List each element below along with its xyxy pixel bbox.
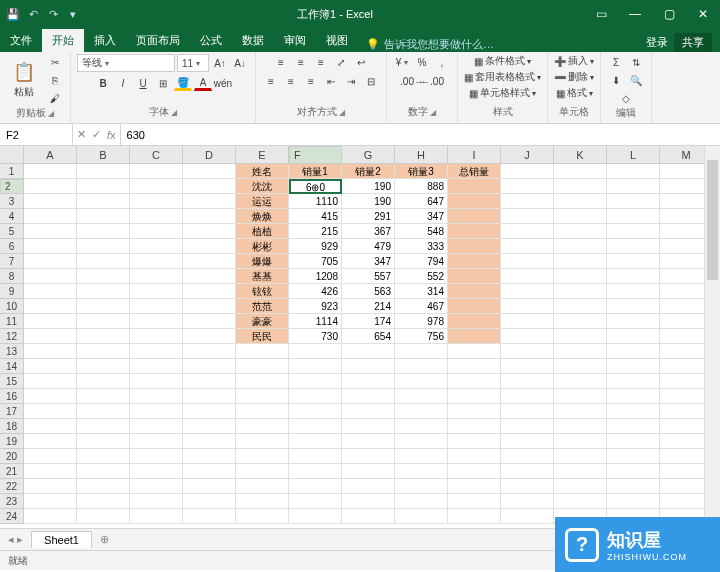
cell[interactable] (24, 464, 77, 479)
cell[interactable] (289, 464, 342, 479)
cell[interactable] (77, 449, 130, 464)
cell[interactable]: 销量1 (289, 164, 342, 179)
cell[interactable]: 415 (289, 209, 342, 224)
cell[interactable]: 552 (395, 269, 448, 284)
cell[interactable] (554, 359, 607, 374)
cell[interactable] (607, 344, 660, 359)
cell[interactable]: 978 (395, 314, 448, 329)
cell[interactable]: 爆爆 (236, 254, 289, 269)
cell[interactable] (501, 209, 554, 224)
cell[interactable] (501, 359, 554, 374)
cell[interactable]: 总销量 (448, 164, 501, 179)
cell[interactable] (289, 344, 342, 359)
column-header[interactable]: A (24, 146, 77, 164)
cell[interactable] (130, 224, 183, 239)
cell[interactable] (24, 329, 77, 344)
comma-icon[interactable]: , (433, 54, 451, 70)
cell[interactable] (395, 449, 448, 464)
cell[interactable] (501, 509, 554, 524)
cell[interactable] (77, 314, 130, 329)
cell[interactable] (607, 179, 660, 194)
cell[interactable] (183, 419, 236, 434)
row-header[interactable]: 22 (0, 479, 24, 494)
cell[interactable] (77, 389, 130, 404)
cell[interactable]: 1208 (289, 269, 342, 284)
cell[interactable] (130, 494, 183, 509)
cell-styles-button[interactable]: ▦单元格样式▾ (469, 86, 536, 100)
cell[interactable] (77, 254, 130, 269)
cell[interactable] (183, 194, 236, 209)
cell[interactable] (130, 164, 183, 179)
cell[interactable] (130, 299, 183, 314)
cell[interactable]: 豪豪 (236, 314, 289, 329)
cell[interactable] (395, 434, 448, 449)
cell[interactable] (183, 209, 236, 224)
cell[interactable] (130, 404, 183, 419)
minimize-icon[interactable]: — (618, 0, 652, 28)
cell[interactable] (77, 209, 130, 224)
delete-cells-button[interactable]: ➖删除▾ (554, 70, 594, 84)
indent-inc-icon[interactable]: ⇥ (342, 73, 360, 89)
row-header[interactable]: 21 (0, 464, 24, 479)
cell[interactable] (130, 359, 183, 374)
cell[interactable] (24, 314, 77, 329)
cell[interactable] (236, 419, 289, 434)
cell[interactable] (607, 389, 660, 404)
row-header[interactable]: 4 (0, 209, 24, 224)
redo-icon[interactable]: ↷ (46, 7, 60, 21)
cell[interactable] (448, 464, 501, 479)
cell[interactable] (236, 359, 289, 374)
increase-decimal-icon[interactable]: .00→ (403, 73, 421, 89)
cell[interactable] (607, 239, 660, 254)
cell[interactable] (448, 299, 501, 314)
cell[interactable] (554, 344, 607, 359)
cell[interactable] (24, 389, 77, 404)
cell[interactable] (501, 419, 554, 434)
cell[interactable] (607, 479, 660, 494)
cell[interactable] (448, 359, 501, 374)
cell[interactable] (183, 509, 236, 524)
font-color-icon[interactable]: A (194, 75, 212, 91)
cell[interactable]: 1114 (289, 314, 342, 329)
underline-icon[interactable]: U (134, 75, 152, 91)
cell[interactable] (607, 209, 660, 224)
currency-icon[interactable]: ¥ (393, 54, 411, 70)
cell[interactable] (607, 404, 660, 419)
conditional-format-button[interactable]: ▦条件格式▾ (474, 54, 531, 68)
cell[interactable] (77, 344, 130, 359)
cell[interactable] (607, 374, 660, 389)
copy-icon[interactable]: ⎘ (46, 72, 64, 88)
column-header[interactable]: L (607, 146, 660, 164)
insert-cells-button[interactable]: ➕插入▾ (554, 54, 594, 68)
cell[interactable] (130, 329, 183, 344)
cell[interactable] (24, 179, 77, 194)
cell[interactable] (554, 464, 607, 479)
cell[interactable]: 291 (342, 209, 395, 224)
cell[interactable] (183, 374, 236, 389)
cell[interactable]: 347 (395, 209, 448, 224)
row-header[interactable]: 12 (0, 329, 24, 344)
indent-dec-icon[interactable]: ⇤ (322, 73, 340, 89)
merge-icon[interactable]: ⊟ (362, 73, 380, 89)
cell[interactable] (607, 254, 660, 269)
cell[interactable]: 426 (289, 284, 342, 299)
row-header[interactable]: 16 (0, 389, 24, 404)
row-header[interactable]: 14 (0, 359, 24, 374)
cell[interactable] (183, 359, 236, 374)
cell[interactable] (24, 374, 77, 389)
cell[interactable] (554, 179, 607, 194)
cell[interactable] (24, 434, 77, 449)
cell[interactable] (554, 269, 607, 284)
cell[interactable] (24, 449, 77, 464)
cell[interactable] (289, 509, 342, 524)
cell[interactable] (607, 299, 660, 314)
cell[interactable] (183, 299, 236, 314)
cell[interactable] (448, 479, 501, 494)
cell[interactable] (289, 419, 342, 434)
cell[interactable] (501, 329, 554, 344)
cell[interactable] (448, 374, 501, 389)
cell[interactable] (130, 344, 183, 359)
cell[interactable] (554, 254, 607, 269)
cell[interactable] (554, 434, 607, 449)
cell[interactable] (448, 284, 501, 299)
